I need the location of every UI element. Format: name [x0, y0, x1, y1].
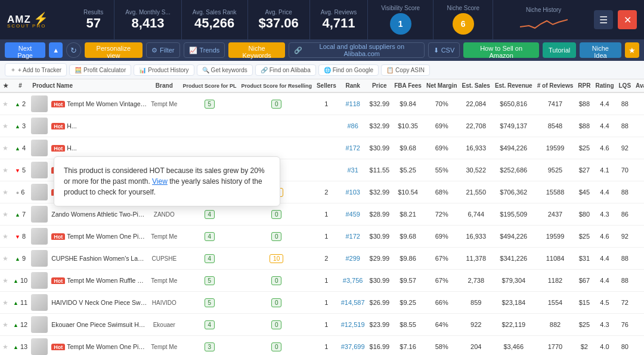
find-google-button[interactable]: 🌐 Find on Google	[318, 64, 379, 76]
star-icon[interactable]: ★	[2, 211, 8, 218]
filter-button[interactable]: ⚙ Filter	[146, 42, 179, 58]
margin-cell: 72%	[424, 203, 460, 226]
star-icon[interactable]: ★	[2, 321, 8, 328]
rating-cell: 4.4	[593, 270, 616, 292]
score-pl-cell	[180, 137, 239, 159]
profit-calc-button[interactable]: 🧮 Profit Calculator	[69, 64, 131, 76]
product-cell: HotTempt Me Women Vintage Swimsuit ...	[30, 92, 148, 115]
score-pl-cell: 4	[180, 203, 239, 226]
est-rev-cell: $22,119	[493, 314, 535, 336]
rpr-cell: $25	[575, 137, 593, 159]
star-icon[interactable]: ★	[2, 189, 8, 196]
alibaba-button[interactable]: 🔗 Local and global suppliers on Alibaba.…	[289, 42, 425, 58]
rank-cell: #86	[339, 115, 367, 137]
tutorial-button[interactable]: Tutorial	[543, 42, 576, 58]
col-score-res: Product Score for Reselling	[239, 79, 314, 92]
star-cell[interactable]: ★	[0, 226, 11, 248]
sellers-cell	[314, 115, 339, 137]
est-sales-cell: 922	[460, 314, 493, 336]
table-row[interactable]: ★ ▲ 4 HotH... #172 $30.99 $9.68 69% 16,9…	[0, 137, 644, 159]
menu-button[interactable]: ☰	[594, 10, 613, 29]
avail-cell: 01/31/18	[633, 270, 644, 292]
star-cell[interactable]: ★	[0, 314, 11, 336]
rpr-cell: $2	[575, 336, 593, 356]
col-est-sales: Est. Sales	[460, 79, 493, 92]
star-icon[interactable]: ★	[2, 233, 8, 240]
star-icon[interactable]: ★	[2, 166, 8, 174]
score-res: 0	[271, 276, 282, 285]
how-to-sell-button[interactable]: How to Sell on Amazon	[463, 42, 539, 58]
lqs-cell: 88	[617, 92, 634, 115]
brand-cell: ZANDO	[148, 203, 180, 226]
page-arrow-button[interactable]: ▲	[49, 42, 63, 58]
row-number: 7	[22, 211, 26, 218]
star-cell[interactable]: ★	[0, 336, 11, 356]
est-sales-cell: 22,084	[460, 92, 493, 115]
est-rev-cell: $494,226	[493, 226, 535, 248]
score-pl-cell: 4	[180, 314, 239, 336]
trends-button[interactable]: 📈 Trends	[184, 42, 225, 58]
star-cell[interactable]: ★	[0, 115, 11, 137]
refresh-button[interactable]: ↻	[66, 42, 81, 58]
col-fba: FBA Fees	[392, 79, 424, 92]
table-row[interactable]: ★ ▼ 8 HotTempt Me Women One Piece Swimsu…	[0, 226, 644, 248]
table-row[interactable]: ★ ▲ 2 HotTempt Me Women Vintage Swimsuit…	[0, 92, 644, 115]
score-res-cell	[239, 115, 314, 137]
score-pl-cell: 4	[180, 226, 239, 248]
star-icon[interactable]: ★	[2, 299, 8, 306]
arrow-icon: ▲	[13, 300, 18, 306]
table-row[interactable]: ★ ▲ 9 CUPSHE Fashion Women's Ladies Vint…	[0, 248, 644, 270]
table-row[interactable]: ★ ▲ 10 HotTempt Me Women Ruffle High Wai…	[0, 270, 644, 292]
star-cell[interactable]: ★	[0, 159, 11, 181]
niche-idea-button[interactable]: Niche Idea	[580, 42, 621, 58]
sellers-cell: 2	[314, 181, 339, 203]
table-row[interactable]: ★ ▲ 7 Zando Womens Athletic Two-Piece Sw…	[0, 203, 644, 226]
score-res-cell: 0	[239, 203, 314, 226]
star-icon[interactable]: ★	[2, 255, 8, 262]
num-cell: ▲ 11	[11, 292, 30, 314]
star-cell[interactable]: ★	[0, 292, 11, 314]
star-icon[interactable]: ★	[2, 122, 8, 129]
star-toolbar-button[interactable]: ★	[625, 42, 639, 58]
arrow-icon: ●	[16, 190, 19, 196]
arrow-icon: ▼	[15, 168, 20, 174]
copy-asin-button[interactable]: 📋 Copy ASIN	[381, 64, 430, 76]
col-rpr: RPR	[575, 79, 593, 92]
niche-score-value: 6	[453, 13, 474, 35]
star-icon[interactable]: ★	[2, 100, 8, 107]
product-history-button[interactable]: 📊 Product History	[134, 64, 194, 76]
personalize-button[interactable]: Personalize view	[85, 42, 143, 58]
table-row[interactable]: ★ ▲ 3 HotH... #86 $32.99 $10.35 69% 22,7…	[0, 115, 644, 137]
star-icon[interactable]: ★	[2, 144, 8, 152]
table-row[interactable]: ★ ▲ 11 HAIVIDO V Neck One Piece Swimsuit…	[0, 292, 644, 314]
add-tracker-button[interactable]: ＋ + Add to Tracker	[5, 63, 67, 76]
tooltip-link[interactable]: View	[152, 177, 168, 186]
table-row[interactable]: ★ ▲ 13 HotTempt Me Women One Piece Vinta…	[0, 336, 644, 356]
star-cell[interactable]: ★	[0, 181, 11, 203]
get-keywords-button[interactable]: 🔍 Get keywords	[197, 64, 253, 76]
star-cell[interactable]: ★	[0, 137, 11, 159]
close-button[interactable]: ✕	[618, 10, 637, 29]
arrow-icon: ▲	[15, 212, 20, 218]
num-cell: ▲ 7	[11, 203, 30, 226]
star-cell[interactable]: ★	[0, 248, 11, 270]
rating-cell: 4.5	[593, 292, 616, 314]
niche-keywords-button[interactable]: Niche Keywords	[228, 42, 285, 58]
star-icon[interactable]: ★	[2, 277, 8, 284]
lqs-cell: 76	[617, 314, 634, 336]
star-cell[interactable]: ★	[0, 270, 11, 292]
star-cell[interactable]: ★	[0, 203, 11, 226]
csv-button[interactable]: ⬇ CSV	[428, 42, 460, 58]
hot-badge: Hot	[51, 101, 65, 107]
row-number: 3	[22, 122, 26, 129]
find-alibaba-button[interactable]: 🔗 Find on Alibaba	[255, 64, 316, 76]
next-page-button[interactable]: Next Page	[5, 42, 45, 58]
avail-cell: 04/29/19	[633, 181, 644, 203]
reviews-cell: 9525	[535, 159, 576, 181]
est-rev-cell: $3,466	[493, 336, 535, 356]
star-icon[interactable]: ★	[2, 343, 8, 350]
rpr-cell: $31	[575, 248, 593, 270]
table-row[interactable]: ★ ▲ 12 Ekouaer One Piece Swimsuit Halter…	[0, 314, 644, 336]
star-cell[interactable]: ★	[0, 92, 11, 115]
logo-subtitle: SCOUT PRO	[7, 23, 48, 29]
